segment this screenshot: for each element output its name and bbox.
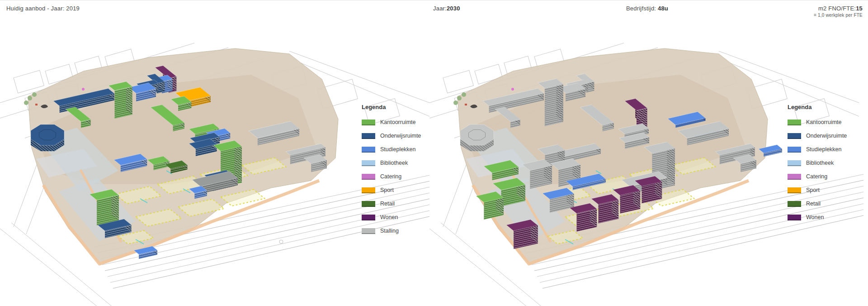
legend-label: Studieplekken <box>806 146 842 153</box>
legend-item-catering: Catering <box>788 170 868 183</box>
legend-label: Kantoorruimte <box>380 119 416 125</box>
legend-label: Wonen <box>380 214 398 220</box>
bedrijfstijd-value: 48u <box>658 5 668 12</box>
legend-swatch-retail <box>362 201 375 207</box>
legend-item-biblio: Bibliotheek <box>788 156 868 170</box>
legend-item-kantoor: Kantoorruimte <box>788 115 868 129</box>
legend-swatch-sport <box>362 187 375 193</box>
legend-item-studie: Studieplekken <box>788 143 868 156</box>
panel-2019: Huidig aanbod - Jaar: 2019 Legenda Kanto… <box>0 0 429 306</box>
panel-2030: Jaar:2030 Bedrijfstijd: 48u m2 FNO/FTE:1… <box>429 0 868 306</box>
fno-note: = 1,0 werkplek per FTE <box>814 12 863 19</box>
legend-item-wonen: Wonen <box>788 210 868 224</box>
legend-swatch-biblio <box>362 160 375 166</box>
legend-item-sport: Sport <box>788 183 868 197</box>
bedrijfstijd-readout: Bedrijfstijd: 48u <box>626 5 668 12</box>
legend-label: Retail <box>380 201 395 207</box>
year-readout: Jaar:2030 <box>433 5 460 12</box>
bedrijfstijd-label: Bedrijfstijd: <box>626 5 658 12</box>
legend-label: Retail <box>806 201 821 207</box>
legend-label: Kantoorruimte <box>806 119 842 125</box>
legend-label: Bibliotheek <box>806 160 834 166</box>
legend-swatch-stalling <box>362 228 375 234</box>
current-supply-title: Huidig aanbod - Jaar: 2019 <box>6 5 80 12</box>
legend-swatch-catering <box>362 174 375 180</box>
year-value: 2030 <box>447 5 460 12</box>
legend-swatch-studie <box>788 147 801 153</box>
legend-label: Onderwijsruimte <box>380 133 421 139</box>
legend-swatch-kantoor <box>362 120 375 125</box>
legend-label: Studieplekken <box>380 146 416 153</box>
legend-label: Bibliotheek <box>380 160 408 166</box>
fno-readout: m2 FNO/FTE:15 = 1,0 werkplek per FTE <box>814 5 863 19</box>
legend-items: KantoorruimteOnderwijsruimteStudieplekke… <box>788 115 868 224</box>
legend-swatch-onderwijs <box>788 133 801 139</box>
legend-2030: Legenda KantoorruimteOnderwijsruimteStud… <box>788 104 868 224</box>
legend-title: Legenda <box>788 104 868 110</box>
legend-swatch-wonen <box>362 215 375 220</box>
fno-label: m2 FNO/FTE: <box>818 5 856 12</box>
legend-item-retail: Retail <box>788 197 868 210</box>
legend-swatch-retail <box>788 201 801 207</box>
legend-item-onderwijs: Onderwijsruimte <box>788 129 868 143</box>
legend-label: Catering <box>806 173 827 180</box>
legend-label: Stalling <box>380 228 399 234</box>
legend-label: Wonen <box>806 214 824 220</box>
legend-swatch-catering <box>788 174 801 180</box>
legend-swatch-studie <box>362 147 375 153</box>
legend-swatch-biblio <box>788 160 801 166</box>
fno-value: 15 <box>856 5 863 12</box>
legend-swatch-onderwijs <box>362 133 375 139</box>
year-label: Jaar: <box>433 5 447 12</box>
scenario-dashboard: Huidig aanbod - Jaar: 2019 Legenda Kanto… <box>0 0 868 306</box>
legend-swatch-wonen <box>788 215 801 220</box>
legend-label: Onderwijsruimte <box>806 133 847 139</box>
legend-label: Catering <box>380 173 401 180</box>
legend-label: Sport <box>380 187 394 193</box>
legend-swatch-kantoor <box>788 120 801 125</box>
legend-label: Sport <box>806 187 820 193</box>
legend-swatch-sport <box>788 187 801 193</box>
